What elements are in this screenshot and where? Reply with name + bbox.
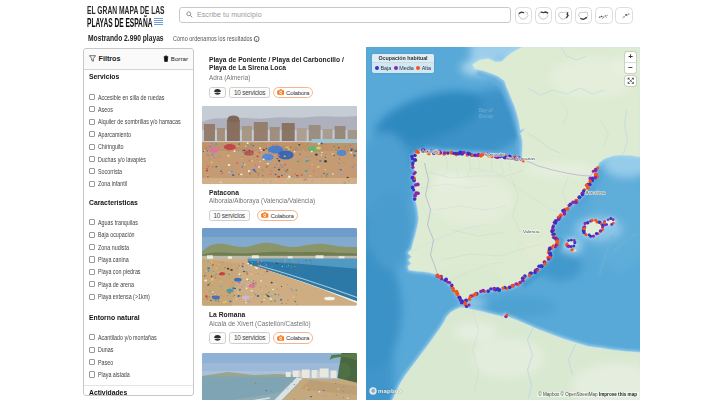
svg-text:Santander: Santander — [484, 152, 505, 157]
svg-text:Barcelona: Barcelona — [585, 190, 605, 195]
svg-text:Valencia: Valencia — [522, 229, 539, 234]
svg-text:San Sebastián: San Sebastián — [506, 156, 535, 161]
svg-text:A Coruña: A Coruña — [421, 149, 440, 154]
svg-text:Biscay: Biscay — [478, 113, 493, 119]
